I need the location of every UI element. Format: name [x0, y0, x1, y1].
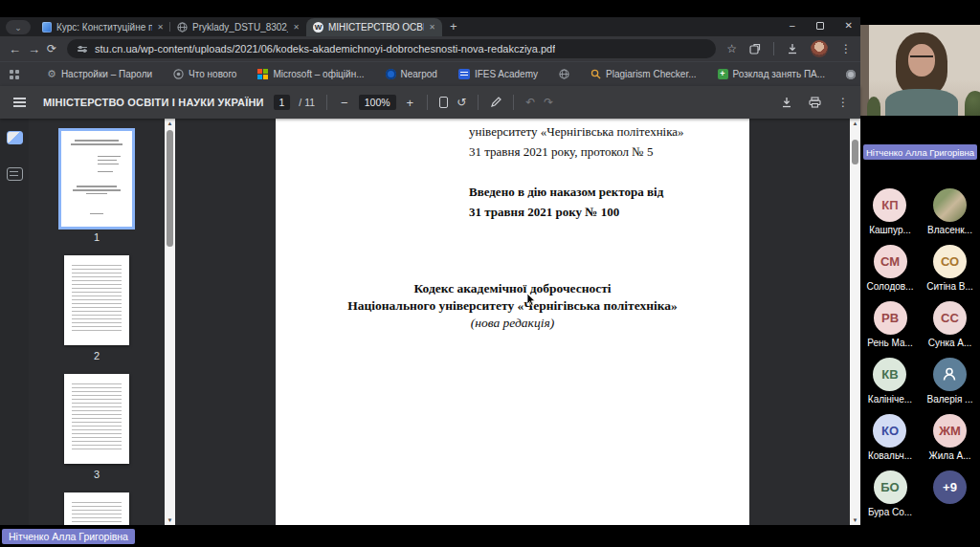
participant-tile-3[interactable]: СМСолодов...	[867, 245, 914, 301]
globe-icon	[559, 69, 569, 79]
pdf-sidebar-tabs	[0, 119, 29, 525]
participant-tile-1[interactable]: КПКашпур...	[869, 188, 911, 245]
browser-menu-icon[interactable]: ⋮	[840, 42, 852, 55]
page-thumbnail-2[interactable]	[64, 255, 129, 345]
participant-tile-8[interactable]: Валерія ...	[927, 358, 973, 414]
restore-button[interactable]	[816, 22, 824, 30]
tab-close-icon[interactable]: ✕	[429, 23, 435, 32]
pdf-menu-icon[interactable]	[13, 98, 26, 107]
document-main-title: Кодекс академічної доброчесності Націона…	[276, 280, 749, 332]
participant-avatar: СО	[933, 245, 967, 278]
participant-tile-4[interactable]: СОСитіна В...	[926, 245, 972, 301]
bookmark-item-5[interactable]: IFES Academy	[455, 69, 542, 79]
participant-name: Бура Со...	[868, 507, 912, 517]
close-window-button[interactable]: ✕	[845, 20, 853, 31]
scroll-down-icon[interactable]: ▼	[850, 517, 860, 523]
participants-grid: КПКашпур...Власенк...СМСолодов...СОСитін…	[860, 188, 980, 527]
zoom-in-button[interactable]: +	[405, 96, 416, 110]
thumbnail-page-number: 1	[94, 231, 100, 243]
bookmarks-bar: ⚙Настройки – ПаролиЧто новогоMicrosoft –…	[0, 61, 860, 86]
thumbnail-scrollbar[interactable]: ▲ ▼	[165, 119, 175, 525]
profile-avatar[interactable]	[811, 40, 828, 57]
participant-avatar: СС	[933, 301, 967, 335]
gear-icon: ⚙	[47, 68, 56, 80]
print-icon[interactable]	[809, 97, 821, 108]
bookmark-item-4[interactable]: Nearpod	[382, 69, 441, 79]
back-button[interactable]: ←	[9, 43, 21, 55]
thumbnails-view-icon[interactable]	[7, 131, 23, 144]
participant-tile-12[interactable]: +9	[933, 470, 967, 527]
new-tab-button[interactable]: +	[450, 19, 457, 33]
participant-tile-9[interactable]: КОКовальч...	[868, 414, 912, 470]
participant-name: Калініче...	[868, 394, 912, 405]
self-name-label: Нітченко Алла Григорівна	[2, 529, 135, 544]
participant-avatar: БО	[874, 470, 907, 504]
participant-tile-2[interactable]: Власенк...	[927, 188, 972, 245]
participant-avatar: ЖМ	[933, 414, 967, 448]
participant-tile-11[interactable]: БОБура Со...	[868, 470, 912, 527]
scroll-down-icon[interactable]: ▼	[165, 517, 175, 523]
scroll-up-icon[interactable]: ▲	[165, 120, 175, 126]
participant-name: Валерія ...	[927, 394, 973, 405]
site-settings-icon[interactable]	[78, 47, 87, 52]
pdf-page: університету «Чернігівська політехніка» …	[276, 119, 749, 525]
pdf-main-scrollbar[interactable]: ▲ ▼	[850, 119, 860, 525]
participant-avatar	[933, 358, 967, 391]
forward-button[interactable]: →	[28, 43, 40, 55]
microsoft-icon	[257, 69, 268, 79]
participant-name: Кашпур...	[869, 225, 911, 235]
presenter-video[interactable]	[860, 25, 980, 116]
browser-tab-1[interactable]: Курс: Конституційне право Ук✕	[34, 18, 170, 36]
page-thumbnail-4[interactable]	[64, 492, 129, 525]
participant-tile-7[interactable]: КВКалініче...	[868, 358, 912, 414]
participant-name: Солодов...	[867, 281, 914, 292]
bookmark-item-7[interactable]: Plagiarism Checker...	[587, 69, 700, 79]
approval-block: університету «Чернігівська політехніка» …	[469, 122, 684, 222]
page-number-input[interactable]: 1	[274, 95, 291, 110]
browser-tab-2[interactable]: Pryklady_DSTU_8302_2015.pdf✕	[170, 18, 306, 36]
bookmark-item-1[interactable]: ⚙Настройки – Пароли	[43, 68, 156, 80]
undo-icon[interactable]: ↶	[525, 96, 535, 109]
nearpod-icon	[386, 69, 396, 79]
fit-page-icon[interactable]	[439, 97, 448, 108]
redo-icon[interactable]: ↷	[544, 96, 553, 109]
bookmark-star-icon[interactable]: ☆	[726, 42, 737, 55]
participant-tile-5[interactable]: РВРень Ма...	[867, 301, 913, 358]
zoom-out-button[interactable]: −	[339, 96, 350, 110]
rotate-icon[interactable]: ↺	[457, 96, 466, 109]
page-thumbnail-1[interactable]	[61, 131, 132, 227]
mouse-cursor	[526, 293, 537, 311]
person-icon	[940, 365, 959, 384]
wordpress-favicon: W	[313, 22, 323, 33]
tab-close-icon[interactable]: ✕	[157, 23, 164, 32]
minimize-button[interactable]: –	[790, 20, 795, 31]
browser-tab-3[interactable]: WМІНІСТЕРСТВО ОСВІТИ І НАУ✕	[306, 18, 442, 36]
zoom-level[interactable]: 100%	[359, 95, 396, 110]
pdf-document-title: МІНІСТЕРСТВО ОСВІТИ І НАУКИ УКРАЇНИ	[43, 97, 264, 108]
address-bar[interactable]: stu.cn.ua/wp-content/uploads/2021/06/kod…	[67, 39, 716, 58]
participant-avatar: КП	[873, 188, 906, 222]
participant-tile-10[interactable]: ЖМЖила А...	[929, 414, 971, 470]
reload-button[interactable]: ⟳	[47, 43, 56, 55]
apps-grid-icon[interactable]	[10, 70, 19, 79]
page-thumbnail-3[interactable]	[64, 374, 129, 464]
tab-close-icon[interactable]: ✕	[293, 23, 300, 32]
downloads-icon[interactable]	[787, 43, 798, 55]
outline-view-icon[interactable]	[7, 167, 23, 181]
download-pdf-icon[interactable]	[781, 97, 792, 108]
bookmark-item-2[interactable]: Что нового	[169, 69, 240, 79]
url-text[interactable]: stu.cn.ua/wp-content/uploads/2021/06/kod…	[95, 43, 555, 55]
scroll-up-icon[interactable]: ▲	[850, 120, 860, 126]
bookmark-item-8[interactable]: +Розклад занять ПА...	[714, 69, 830, 79]
site-favicon	[846, 70, 856, 79]
tab-search-button[interactable]: ⌄	[6, 20, 31, 34]
bookmark-item-6[interactable]	[555, 69, 573, 79]
extensions-icon[interactable]	[749, 43, 761, 55]
pdf-toolbar: МІНІСТЕРСТВО ОСВІТИ І НАУКИ УКРАЇНИ 1 / …	[0, 86, 860, 119]
bookmark-item-3[interactable]: Microsoft – офіційн...	[254, 69, 368, 79]
participant-name: Сунка А...	[928, 338, 972, 348]
annotate-pen-icon[interactable]	[490, 97, 501, 108]
pdf-more-menu-icon[interactable]: ⋮	[837, 96, 849, 109]
participant-avatar: СМ	[874, 245, 907, 278]
participant-tile-6[interactable]: СССунка А...	[928, 301, 972, 358]
